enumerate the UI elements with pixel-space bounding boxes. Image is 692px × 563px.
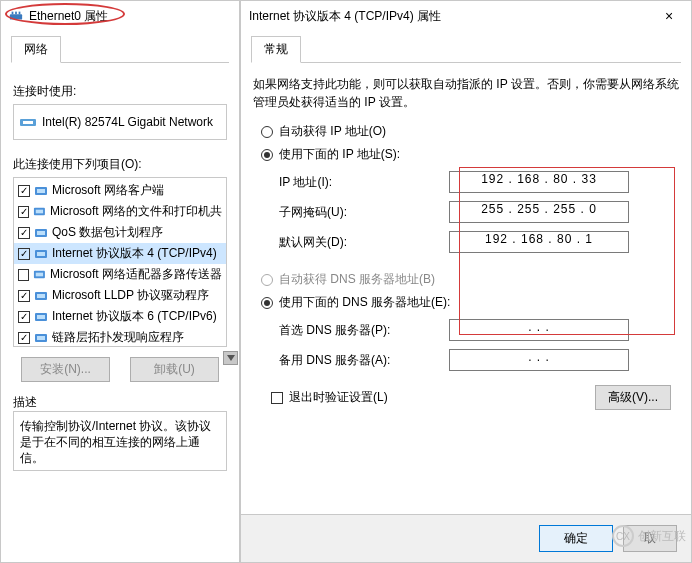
preferred-dns-input[interactable]: . . .	[449, 319, 629, 341]
button-row: 安装(N)... 卸载(U)	[13, 357, 227, 382]
description-group: 描述 传输控制协议/Internet 协议。该协议是于在不同的相互连接的网络上通…	[13, 394, 227, 471]
qos-icon	[34, 227, 48, 239]
uninstall-button[interactable]: 卸载(U)	[130, 357, 219, 382]
network-item[interactable]: Internet 协议版本 4 (TCP/IPv4)	[14, 243, 226, 264]
svg-rect-17	[37, 294, 45, 298]
subnet-mask-input[interactable]: 255 . 255 . 255 . 0	[449, 201, 629, 223]
network-item[interactable]: 链路层拓扑发现响应程序	[14, 327, 226, 347]
description-label: 描述	[13, 394, 227, 411]
ipv4-description: 如果网络支持此功能，则可以获取自动指派的 IP 设置。否则，你需要从网络系统管理…	[253, 75, 679, 111]
checkbox-icon[interactable]	[18, 269, 29, 281]
item-label: Microsoft 网络适配器多路传送器	[50, 266, 222, 283]
svg-rect-11	[37, 231, 45, 235]
items-label: 此连接使用下列项目(O):	[13, 156, 227, 173]
gateway-input[interactable]: 192 . 168 . 80 . 1	[449, 231, 629, 253]
proto-icon	[34, 290, 48, 302]
adapter-icon	[20, 115, 36, 129]
proto-icon	[33, 269, 46, 281]
window-title: Ethernet0 属性	[29, 8, 231, 25]
radio-icon	[261, 149, 273, 161]
scroll-down-button[interactable]	[223, 351, 238, 365]
network-item[interactable]: Internet 协议版本 6 (TCP/IPv6)	[14, 306, 226, 327]
adapter-name: Intel(R) 82574L Gigabit Network	[42, 115, 213, 129]
item-label: 链路层拓扑发现响应程序	[52, 329, 184, 346]
description-text: 传输控制协议/Internet 协议。该协议是于在不同的相互连接的网络上通信。	[13, 411, 227, 471]
radio-icon	[261, 126, 273, 138]
title-bar: Ethernet0 属性	[1, 1, 239, 31]
gateway-label: 默认网关(D):	[279, 234, 449, 251]
radio-use-ip[interactable]: 使用下面的 IP 地址(S):	[261, 146, 679, 163]
panel-left: 连接时使用: Intel(R) 82574L Gigabit Network 此…	[1, 63, 239, 483]
checkbox-icon[interactable]	[18, 248, 30, 260]
bottom-row: 退出时验证设置(L) 高级(V)...	[271, 385, 671, 410]
item-label: QoS 数据包计划程序	[52, 224, 163, 241]
adapter-box[interactable]: Intel(R) 82574L Gigabit Network	[13, 104, 227, 140]
checkbox-icon[interactable]	[18, 206, 29, 218]
svg-rect-7	[37, 189, 45, 193]
network-item[interactable]: QoS 数据包计划程序	[14, 222, 226, 243]
svg-rect-15	[36, 273, 43, 277]
checkbox-icon[interactable]	[18, 290, 30, 302]
dns-field-group: 首选 DNS 服务器(P): . . . 备用 DNS 服务器(A): . . …	[279, 319, 679, 371]
proto-icon	[34, 311, 48, 323]
radio-use-dns[interactable]: 使用下面的 DNS 服务器地址(E):	[261, 294, 679, 311]
checkbox-icon[interactable]	[18, 311, 30, 323]
dns1-label: 首选 DNS 服务器(P):	[279, 322, 449, 339]
network-item[interactable]: Microsoft LLDP 协议驱动程序	[14, 285, 226, 306]
checkbox-icon[interactable]	[18, 185, 30, 197]
subnet-label: 子网掩码(U):	[279, 204, 449, 221]
watermark-icon: CX	[612, 525, 634, 547]
svg-rect-19	[37, 315, 45, 319]
close-button[interactable]: ×	[655, 8, 683, 24]
ethernet-properties-window: Ethernet0 属性 网络 连接时使用: Intel(R) 82574L G…	[0, 0, 240, 563]
client-icon	[34, 185, 48, 197]
radio-icon	[261, 297, 273, 309]
svg-rect-3	[19, 12, 21, 15]
ip-label: IP 地址(I):	[279, 174, 449, 191]
svg-rect-5	[23, 121, 33, 124]
ok-button[interactable]: 确定	[539, 525, 613, 552]
item-label: Microsoft 网络客户端	[52, 182, 164, 199]
svg-rect-2	[15, 12, 17, 15]
validate-label: 退出时验证设置(L)	[289, 389, 388, 406]
window-title-right: Internet 协议版本 4 (TCP/IPv4) 属性	[249, 8, 655, 25]
svg-rect-9	[36, 210, 43, 214]
network-item[interactable]: Microsoft 网络适配器多路传送器	[14, 264, 226, 285]
install-button[interactable]: 安装(N)...	[21, 357, 110, 382]
proto-icon	[34, 332, 48, 344]
validate-checkbox[interactable]: 退出时验证设置(L)	[271, 389, 388, 406]
item-label: Internet 协议版本 4 (TCP/IPv4)	[52, 245, 217, 262]
checkbox-icon[interactable]	[18, 332, 30, 344]
dns2-label: 备用 DNS 服务器(A):	[279, 352, 449, 369]
alternate-dns-input[interactable]: . . .	[449, 349, 629, 371]
radio-auto-dns: 自动获得 DNS 服务器地址(B)	[261, 271, 679, 288]
advanced-button[interactable]: 高级(V)...	[595, 385, 671, 410]
svg-rect-1	[12, 12, 14, 15]
ip-field-group: IP 地址(I): 192 . 168 . 80 . 33 子网掩码(U): 2…	[279, 171, 679, 253]
items-list[interactable]: Microsoft 网络客户端Microsoft 网络的文件和打印机共QoS 数…	[13, 177, 227, 347]
tabs-left: 网络	[11, 35, 229, 63]
network-item[interactable]: Microsoft 网络客户端	[14, 180, 226, 201]
radio-auto-ip[interactable]: 自动获得 IP 地址(O)	[261, 123, 679, 140]
ip-address-input[interactable]: 192 . 168 . 80 . 33	[449, 171, 629, 193]
checkbox-icon[interactable]	[18, 227, 30, 239]
watermark-text: 创新互联	[638, 528, 686, 545]
svg-rect-13	[37, 252, 45, 256]
watermark: CX 创新互联	[612, 525, 686, 547]
ipv4-properties-window: Internet 协议版本 4 (TCP/IPv4) 属性 × 常规 如果网络支…	[240, 0, 692, 563]
item-label: Microsoft LLDP 协议驱动程序	[52, 287, 209, 304]
tab-general[interactable]: 常规	[251, 36, 301, 63]
radio-use-dns-label: 使用下面的 DNS 服务器地址(E):	[279, 294, 450, 311]
radio-icon	[261, 274, 273, 286]
network-item[interactable]: Microsoft 网络的文件和打印机共	[14, 201, 226, 222]
svg-rect-0	[10, 14, 22, 19]
item-label: Microsoft 网络的文件和打印机共	[50, 203, 222, 220]
title-bar-right: Internet 协议版本 4 (TCP/IPv4) 属性 ×	[241, 1, 691, 31]
share-icon	[33, 206, 46, 218]
proto-icon	[34, 248, 48, 260]
item-label: Internet 协议版本 6 (TCP/IPv6)	[52, 308, 217, 325]
connect-using-label: 连接时使用:	[13, 83, 227, 100]
svg-rect-21	[37, 336, 45, 340]
tab-network[interactable]: 网络	[11, 36, 61, 63]
network-adapter-icon	[9, 9, 23, 23]
